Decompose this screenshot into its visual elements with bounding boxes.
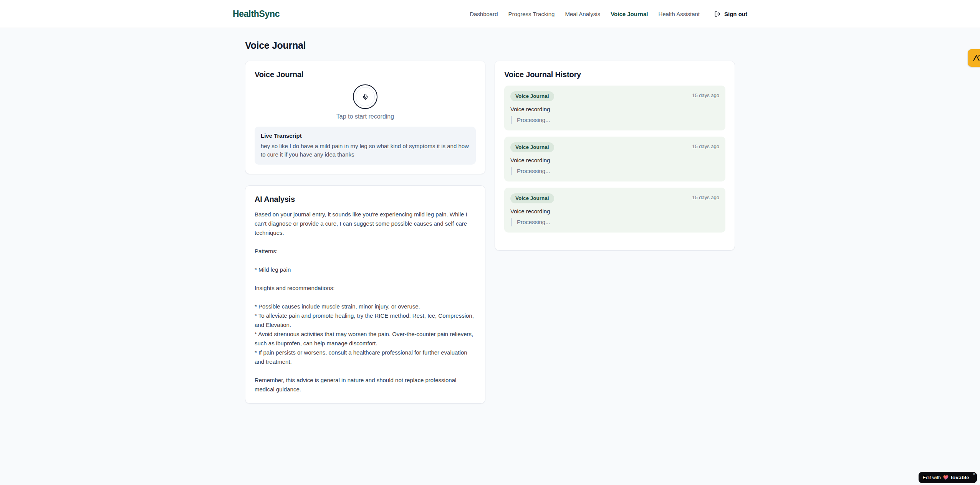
tap-to-record-label: Tap to start recording bbox=[255, 113, 476, 120]
nav-item-voice-journal[interactable]: Voice Journal bbox=[611, 11, 648, 17]
nav-item-progress-tracking[interactable]: Progress Tracking bbox=[508, 11, 555, 17]
lovable-tag-icon bbox=[972, 54, 980, 62]
sign-out-label: Sign out bbox=[724, 11, 747, 17]
live-transcript-box: Live Transcript hey so like I do have a … bbox=[255, 127, 476, 165]
entry-title: Voice recording bbox=[510, 208, 719, 214]
nav-item-meal-analysis[interactable]: Meal Analysis bbox=[565, 11, 600, 17]
top-nav: HealthSync DashboardProgress TrackingMea… bbox=[0, 0, 980, 28]
ai-analysis-card: AI Analysis Based on your journal entry,… bbox=[245, 185, 485, 404]
sign-out-button[interactable]: Sign out bbox=[714, 11, 747, 17]
entry-title: Voice recording bbox=[510, 157, 719, 163]
entry-type-badge: Voice Journal bbox=[510, 142, 554, 152]
voice-journal-history-card: Voice Journal History Voice Journal15 da… bbox=[495, 61, 735, 251]
lovable-badge[interactable]: Edit with lovable × bbox=[919, 472, 977, 483]
heart-icon bbox=[943, 475, 949, 480]
history-entry[interactable]: Voice Journal15 days agoVoice recordingP… bbox=[504, 188, 725, 233]
ai-analysis-title: AI Analysis bbox=[255, 195, 476, 204]
history-entry[interactable]: Voice Journal15 days agoVoice recordingP… bbox=[504, 137, 725, 181]
close-icon[interactable]: × bbox=[973, 472, 975, 476]
history-card-title: Voice Journal History bbox=[504, 70, 725, 79]
nav-item-dashboard[interactable]: Dashboard bbox=[470, 11, 498, 17]
history-list: Voice Journal15 days agoVoice recordingP… bbox=[504, 86, 725, 233]
entry-title: Voice recording bbox=[510, 106, 719, 112]
entry-timestamp: 15 days ago bbox=[692, 92, 719, 98]
brand-logo[interactable]: HealthSync bbox=[233, 9, 280, 19]
live-transcript-text: hey so like I do have a mild pain in my … bbox=[261, 142, 470, 159]
voice-recorder-card: Voice Journal Tap to start recording Liv… bbox=[245, 61, 485, 174]
record-button-ring bbox=[356, 87, 375, 106]
page-title: Voice Journal bbox=[245, 40, 735, 51]
live-transcript-title: Live Transcript bbox=[261, 132, 470, 139]
entry-status: Processing... bbox=[511, 116, 719, 124]
recorder-card-title: Voice Journal bbox=[255, 70, 476, 79]
entry-timestamp: 15 days ago bbox=[692, 144, 719, 149]
entry-timestamp: 15 days ago bbox=[692, 195, 719, 200]
entry-status: Processing... bbox=[511, 167, 719, 175]
main-nav: DashboardProgress TrackingMeal AnalysisV… bbox=[470, 11, 747, 17]
record-button[interactable] bbox=[353, 84, 377, 109]
entry-type-badge: Voice Journal bbox=[510, 91, 554, 101]
nav-item-health-assistant[interactable]: Health Assistant bbox=[658, 11, 700, 17]
lovable-side-tag-button[interactable] bbox=[968, 49, 980, 67]
lovable-badge-brand: lovable bbox=[951, 475, 969, 480]
lovable-badge-prefix: Edit with bbox=[923, 475, 941, 480]
ai-analysis-text: Based on your journal entry, it sounds l… bbox=[255, 210, 476, 394]
entry-status: Processing... bbox=[511, 218, 719, 226]
log-out-icon bbox=[714, 11, 721, 17]
history-entry[interactable]: Voice Journal15 days agoVoice recordingP… bbox=[504, 86, 725, 130]
nav-links: DashboardProgress TrackingMeal AnalysisV… bbox=[470, 11, 700, 17]
main-content: Voice Journal Voice Journal Tap to start… bbox=[245, 40, 735, 404]
entry-type-badge: Voice Journal bbox=[510, 193, 554, 203]
microphone-icon bbox=[362, 94, 369, 100]
